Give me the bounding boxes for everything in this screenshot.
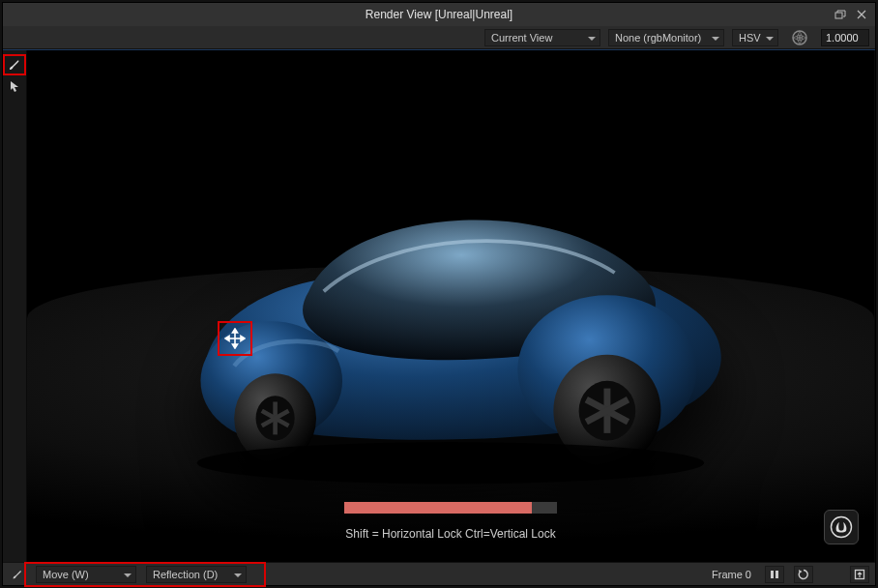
brush-tool-button[interactable] xyxy=(3,54,26,75)
exposure-value-field[interactable]: 1.0000 xyxy=(821,29,869,46)
colorspace-dropdown[interactable]: HSV xyxy=(732,29,778,46)
pause-icon xyxy=(770,570,779,579)
close-button[interactable] xyxy=(854,7,869,22)
unreal-logo-badge xyxy=(824,510,859,544)
arrow-icon xyxy=(8,79,21,93)
brush-icon xyxy=(7,57,22,73)
viewport-hint-text: Shift = Horizontal Lock Ctrl=Vertical Lo… xyxy=(27,527,874,541)
select-tool-button[interactable] xyxy=(3,75,26,97)
reflection-dropdown[interactable]: Reflection (D) xyxy=(146,566,247,583)
render-view-window: Render View [Unreal|Unreal] Current View… xyxy=(2,2,876,586)
refresh-button[interactable] xyxy=(794,566,813,583)
refresh-icon xyxy=(798,569,809,580)
svg-marker-24 xyxy=(799,570,803,573)
tool-slot-4[interactable] xyxy=(3,118,26,139)
unreal-logo-icon xyxy=(830,515,853,539)
left-toolbar xyxy=(3,50,26,562)
svg-rect-23 xyxy=(776,571,778,578)
main-area: Shift = Horizontal Lock Ctrl=Vertical Lo… xyxy=(3,50,875,562)
pause-button[interactable] xyxy=(765,566,784,583)
monitor-dropdown[interactable]: None (rgbMonitor) xyxy=(608,29,724,46)
titlebar: Render View [Unreal|Unreal] xyxy=(3,3,875,26)
top-toolbar: Current View None (rgbMonitor) HSV 1.000… xyxy=(3,26,875,49)
svg-point-14 xyxy=(197,442,705,484)
statusbar: Move (W) Reflection (D) Frame 0 xyxy=(3,562,875,585)
render-progress-bar xyxy=(344,502,557,514)
monitor-dropdown-label: None (rgbMonitor) xyxy=(615,32,701,44)
viewport[interactable]: Shift = Horizontal Lock Ctrl=Vertical Lo… xyxy=(26,50,875,562)
transform-mode-label: Move (W) xyxy=(43,569,89,580)
exposure-slider[interactable] xyxy=(786,29,813,46)
window-title: Render View [Unreal|Unreal] xyxy=(3,8,875,21)
aperture-icon xyxy=(791,29,808,46)
restore-icon xyxy=(834,10,846,19)
svg-point-15 xyxy=(832,517,852,538)
colorspace-dropdown-label: HSV xyxy=(739,32,761,44)
frame-label: Frame 0 xyxy=(708,569,755,580)
exposure-value: 1.0000 xyxy=(826,32,859,44)
svg-rect-22 xyxy=(771,571,774,578)
tool-slot-5[interactable] xyxy=(3,139,26,161)
rendered-car xyxy=(95,142,806,500)
camera-dropdown-label: Current View xyxy=(491,32,552,44)
window-controls xyxy=(833,7,875,22)
tool-slot-3[interactable] xyxy=(3,97,26,118)
svg-rect-0 xyxy=(835,13,842,18)
brush-icon xyxy=(11,568,24,581)
statusbar-brush-button[interactable] xyxy=(9,566,26,583)
close-icon xyxy=(857,10,866,19)
reflection-label: Reflection (D) xyxy=(153,569,218,580)
transform-mode-dropdown[interactable]: Move (W) xyxy=(36,566,136,583)
export-icon xyxy=(854,569,865,580)
export-button[interactable] xyxy=(850,566,869,583)
render-progress-fill xyxy=(344,502,532,514)
camera-dropdown[interactable]: Current View xyxy=(484,29,600,46)
restore-button[interactable] xyxy=(833,7,848,22)
